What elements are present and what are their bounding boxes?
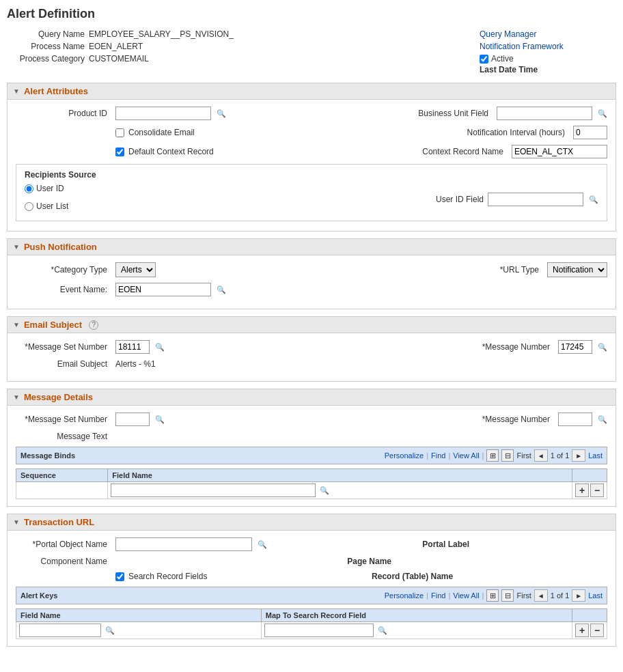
msg-first-label: First (516, 451, 531, 460)
email-msg-set-search-icon[interactable] (155, 342, 165, 352)
msg-prev-btn[interactable]: ◄ (534, 449, 548, 462)
msg-col-fieldname: Field Name (108, 469, 572, 482)
msg-fieldname-input[interactable] (111, 484, 316, 497)
event-name-search-icon[interactable] (217, 285, 226, 294)
msg-personalize-link[interactable]: Personalize (385, 451, 424, 460)
query-manager-link[interactable]: Query Manager (480, 29, 536, 39)
msg-next-btn[interactable]: ► (572, 449, 585, 462)
transaction-url-toggle[interactable]: ▼ (13, 518, 20, 526)
user-id-option-label: User ID (36, 184, 64, 193)
alert-map-search-icon[interactable] (378, 626, 387, 635)
msg-text-row: Message Text (16, 432, 607, 441)
product-id-search-icon[interactable] (217, 109, 226, 118)
alert-attributes-header: ▼ Alert Attributes (8, 83, 615, 100)
msg-detail-num-input[interactable] (558, 412, 592, 426)
alert-grid-icon1[interactable]: ⊞ (486, 589, 499, 602)
alert-fieldname-search-icon[interactable] (105, 626, 115, 635)
msg-grid-icon2[interactable]: ⊟ (501, 449, 514, 462)
msg-detail-set-row: *Message Set Number *Message Number (16, 412, 607, 426)
event-name-input[interactable]: EOEN (115, 283, 211, 296)
message-details-header: ▼ Message Details (8, 389, 615, 406)
notification-interval-input[interactable]: 0 (573, 126, 607, 139)
alert-col-map: Map To Search Record Field (261, 609, 572, 622)
consolidate-email-checkbox[interactable] (115, 128, 124, 137)
process-category-value: CUSTOMEMAIL (89, 54, 149, 64)
alert-next-btn[interactable]: ► (572, 589, 585, 602)
process-name-value: EOEN_ALERT (89, 42, 143, 51)
alert-prev-btn[interactable]: ◄ (534, 589, 548, 602)
message-details-toggle[interactable]: ▼ (13, 393, 20, 401)
user-id-radio-row: User ID (25, 184, 68, 193)
record-table-name-label: Record (Table) Name (361, 572, 457, 581)
msg-remove-row-btn[interactable]: − (590, 484, 604, 497)
email-subject-help-icon[interactable]: ? (89, 320, 98, 330)
notification-framework-link[interactable]: Notification Framework (480, 42, 564, 51)
business-unit-field-label: Business Unit Field (397, 109, 493, 118)
alert-find-link[interactable]: Find (431, 591, 445, 600)
email-msg-num-input[interactable]: 17245 (558, 340, 592, 354)
email-msg-set-row: *Message Set Number 18111 *Message Numbe… (16, 340, 607, 354)
business-unit-field-search-icon[interactable] (598, 109, 607, 118)
alert-keys-toolbar: Alert Keys Personalize | Find | View All… (16, 587, 607, 604)
msg-detail-num-search-icon[interactable] (598, 415, 607, 424)
default-context-checkbox[interactable] (115, 148, 124, 156)
portal-object-input[interactable] (115, 537, 252, 551)
alert-personalize-link[interactable]: Personalize (385, 591, 424, 600)
user-id-radio[interactable] (25, 184, 33, 193)
email-subject-toggle[interactable]: ▼ (13, 321, 20, 328)
portal-label-label: Portal Label (405, 540, 473, 549)
process-name-row: Process Name EOEN_ALERT (7, 42, 480, 51)
event-name-label: Event Name: (16, 285, 111, 294)
push-notification-toggle[interactable]: ▼ (13, 243, 20, 251)
alert-attributes-section: ▼ Alert Attributes Product ID Business U… (7, 83, 616, 232)
msg-detail-set-input[interactable] (115, 412, 150, 426)
product-id-label: Product ID (16, 109, 111, 118)
page-name-label: Page Name (327, 557, 396, 566)
msg-grid-icon1[interactable]: ⊞ (486, 449, 499, 462)
url-type-label: *URL Type (447, 265, 543, 275)
url-type-select[interactable]: Notification (547, 262, 607, 277)
context-record-name-input[interactable]: EOEN_AL_CTX (512, 145, 607, 158)
portal-object-search-icon[interactable] (258, 540, 267, 549)
alert-grid-icon2[interactable]: ⊟ (501, 589, 514, 602)
business-unit-field-input[interactable] (497, 107, 592, 120)
alert-pager: 1 of 1 (551, 591, 570, 600)
email-msg-num-search-icon[interactable] (598, 342, 607, 352)
alert-last-link[interactable]: Last (588, 591, 603, 600)
push-notification-body: *Category Type Alerts *URL Type Notifica… (8, 255, 615, 309)
product-id-input[interactable] (115, 107, 211, 120)
alert-remove-row-btn[interactable]: − (590, 624, 604, 637)
msg-last-link[interactable]: Last (588, 451, 603, 460)
msg-find-link[interactable]: Find (431, 451, 445, 460)
msg-add-row-btn[interactable]: + (575, 484, 589, 497)
user-list-radio-row: User List (25, 201, 68, 211)
active-checkbox[interactable] (480, 55, 488, 64)
msg-action-cell: + − (572, 482, 607, 499)
msg-fieldname-search-icon[interactable] (320, 486, 329, 495)
alert-map-input[interactable] (264, 624, 374, 637)
user-list-radio[interactable] (25, 202, 33, 211)
alert-fieldname-input[interactable] (19, 624, 101, 637)
table-row: + − (16, 622, 607, 639)
process-category-label: Process Category (7, 54, 89, 64)
alert-viewall-link[interactable]: View All (453, 591, 479, 600)
push-notification-header: ▼ Push Notification (8, 239, 615, 255)
user-id-field-search-icon[interactable] (589, 195, 598, 204)
msg-viewall-link[interactable]: View All (453, 451, 479, 460)
recipients-inner: User ID User List User ID Field (25, 184, 598, 215)
push-notification-section: ▼ Push Notification *Category Type Alert… (7, 238, 616, 309)
search-record-fields-checkbox[interactable] (115, 572, 124, 581)
email-msg-set-input[interactable]: 18111 (115, 340, 150, 354)
message-details-title: Message Details (24, 392, 93, 402)
category-type-select[interactable]: Alerts (115, 262, 156, 277)
user-id-field-input[interactable] (488, 193, 583, 206)
page-title: Alert Definition (7, 7, 616, 21)
component-name-row: Component Name Page Name (16, 557, 607, 566)
category-type-label: *Category Type (16, 265, 111, 275)
msg-detail-set-search-icon[interactable] (155, 415, 165, 424)
message-binds-toolbar-right: Personalize | Find | View All | ⊞ ⊟ Firs… (385, 449, 603, 462)
email-subject-section: ▼ Email Subject ? *Message Set Number 18… (7, 316, 616, 382)
alert-attributes-toggle[interactable]: ▼ (13, 87, 20, 95)
alert-first-label: First (516, 591, 531, 600)
alert-add-row-btn[interactable]: + (575, 624, 589, 637)
